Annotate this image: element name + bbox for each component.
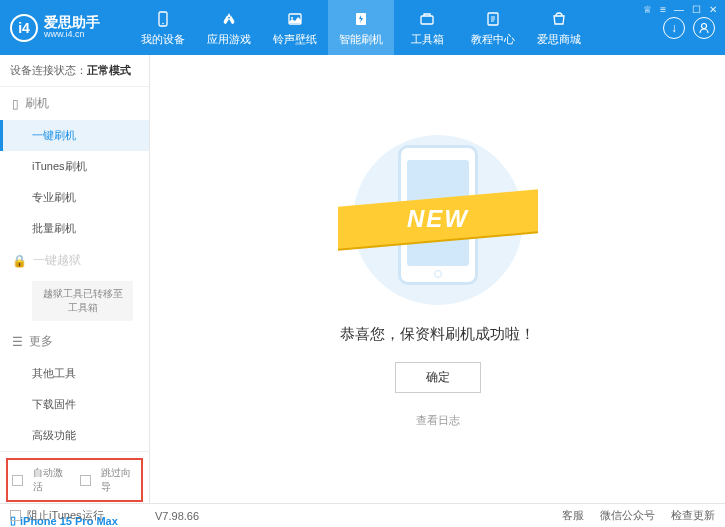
user-button[interactable] <box>693 17 715 39</box>
svg-rect-5 <box>421 16 433 24</box>
flash-icon: ▯ <box>12 97 19 111</box>
more-icon: ☰ <box>12 335 23 349</box>
sidebar-item[interactable]: iTunes刷机 <box>0 151 149 182</box>
logo-icon: i4 <box>10 14 38 42</box>
sidebar-item[interactable]: 一键刷机 <box>0 120 149 151</box>
flash-icon <box>351 9 371 29</box>
shop-icon <box>549 9 569 29</box>
footer-link[interactable]: 检查更新 <box>671 508 715 523</box>
footer-link[interactable]: 客服 <box>562 508 584 523</box>
skip-guide-label: 跳过向导 <box>101 466 138 494</box>
nav-flash[interactable]: 智能刷机 <box>328 0 394 55</box>
svg-point-3 <box>291 17 293 19</box>
sidebar-group-jailbreak: 🔒 一键越狱 <box>0 244 149 277</box>
maximize-button[interactable]: ☐ <box>692 4 701 15</box>
sidebar-item[interactable]: 下载固件 <box>0 389 149 420</box>
svg-point-1 <box>162 22 164 24</box>
logo[interactable]: i4 爱思助手 www.i4.cn <box>10 14 130 42</box>
sidebar: 设备连接状态：正常模式 ▯ 刷机 一键刷机iTunes刷机专业刷机批量刷机 🔒 … <box>0 55 150 503</box>
sidebar-group-flash[interactable]: ▯ 刷机 <box>0 87 149 120</box>
nav-help[interactable]: 教程中心 <box>460 0 526 55</box>
main-content: NEW 恭喜您，保资料刷机成功啦！ 确定 查看日志 <box>150 55 725 503</box>
menu-icon[interactable]: ≡ <box>660 4 666 15</box>
footer-link[interactable]: 微信公众号 <box>600 508 655 523</box>
main-nav: 我的设备应用游戏铃声壁纸智能刷机工具箱教程中心爱思商城 <box>130 0 663 55</box>
download-button[interactable]: ↓ <box>663 17 685 39</box>
nav-media[interactable]: 铃声壁纸 <box>262 0 328 55</box>
success-message: 恭喜您，保资料刷机成功啦！ <box>340 325 535 344</box>
nav-device[interactable]: 我的设备 <box>130 0 196 55</box>
skip-guide-checkbox[interactable] <box>80 475 91 486</box>
close-button[interactable]: ✕ <box>709 4 717 15</box>
sidebar-item[interactable]: 批量刷机 <box>0 213 149 244</box>
view-log-link[interactable]: 查看日志 <box>416 413 460 428</box>
svg-point-7 <box>702 23 707 28</box>
options-row: 自动激活 跳过向导 <box>6 458 143 502</box>
apps-icon <box>219 9 239 29</box>
sidebar-group-more[interactable]: ☰ 更多 <box>0 325 149 358</box>
sidebar-item[interactable]: 专业刷机 <box>0 182 149 213</box>
success-illustration: NEW <box>338 130 538 310</box>
sidebar-item[interactable]: 高级功能 <box>0 420 149 451</box>
nav-shop[interactable]: 爱思商城 <box>526 0 592 55</box>
jailbreak-note[interactable]: 越狱工具已转移至工具箱 <box>32 281 133 321</box>
gift-icon[interactable]: ♕ <box>643 4 652 15</box>
sidebar-item[interactable]: 其他工具 <box>0 358 149 389</box>
help-icon <box>483 9 503 29</box>
auto-activate-checkbox[interactable] <box>12 475 23 486</box>
connection-status: 设备连接状态：正常模式 <box>0 55 149 87</box>
auto-activate-label: 自动激活 <box>33 466 70 494</box>
device-icon <box>153 9 173 29</box>
app-title: 爱思助手 <box>44 15 100 30</box>
app-header: i4 爱思助手 www.i4.cn 我的设备应用游戏铃声壁纸智能刷机工具箱教程中… <box>0 0 725 55</box>
block-itunes-label: 阻止iTunes运行 <box>27 508 104 523</box>
nav-apps[interactable]: 应用游戏 <box>196 0 262 55</box>
minimize-button[interactable]: — <box>674 4 684 15</box>
block-itunes-checkbox[interactable] <box>10 510 21 521</box>
app-url: www.i4.cn <box>44 30 100 40</box>
nav-tools[interactable]: 工具箱 <box>394 0 460 55</box>
media-icon <box>285 9 305 29</box>
lock-icon: 🔒 <box>12 254 27 268</box>
ok-button[interactable]: 确定 <box>395 362 481 393</box>
tools-icon <box>417 9 437 29</box>
version-label: V7.98.66 <box>155 510 199 522</box>
